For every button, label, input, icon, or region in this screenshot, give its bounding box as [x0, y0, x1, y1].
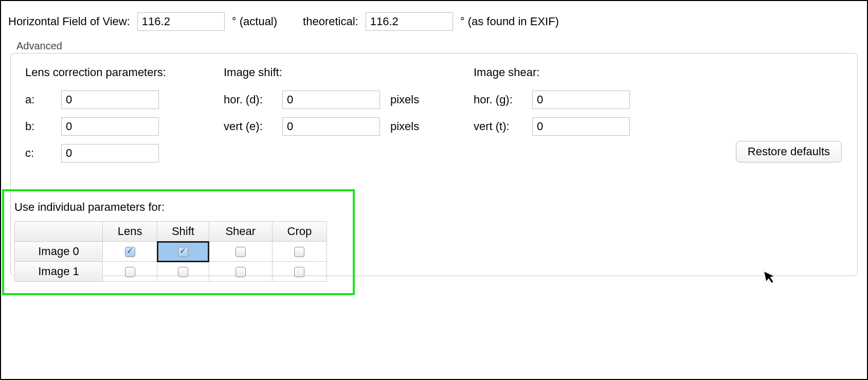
lens-c-label: c:: [25, 147, 54, 160]
col-shift[interactable]: Shift: [157, 222, 209, 242]
hfov-theoretical-suffix: ° (as found in EXIF): [460, 15, 559, 28]
image-shift-heading: Image shift:: [224, 66, 445, 79]
hfov-row: Horizontal Field of View: ° (actual) the…: [8, 12, 860, 31]
shift-hor-unit: pixels: [390, 93, 419, 106]
cell-image0-lens[interactable]: [103, 242, 157, 262]
checkbox-icon[interactable]: [125, 247, 135, 257]
cell-image0-shear[interactable]: [209, 242, 272, 262]
lens-a-input[interactable]: [61, 91, 159, 109]
lens-correction-heading: Lens correction parameters:: [25, 66, 195, 79]
lens-c-input[interactable]: [61, 144, 159, 162]
checkbox-icon[interactable]: [178, 267, 188, 277]
cell-image1-shift[interactable]: [157, 262, 209, 282]
lens-b-input[interactable]: [61, 117, 159, 136]
individual-parameters-title: Use individual parameters for:: [14, 201, 345, 214]
shift-hor-input[interactable]: [282, 91, 380, 109]
image-shear-heading: Image shear:: [474, 66, 643, 79]
cell-image1-crop[interactable]: [272, 262, 327, 282]
col-lens[interactable]: Lens: [103, 222, 157, 242]
cell-image1-shear[interactable]: [209, 262, 272, 282]
shift-hor-label: hor. (d):: [224, 93, 275, 106]
shear-vert-label: vert (t):: [474, 120, 525, 133]
checkbox-icon[interactable]: [178, 247, 188, 257]
image-shift-column: Image shift: hor. (d): pixels vert (e): …: [224, 66, 445, 136]
col-shear[interactable]: Shear: [209, 222, 272, 242]
row-image-1: Image 1: [15, 262, 103, 282]
lens-b-label: b:: [25, 120, 54, 133]
individual-parameters-table: Lens Shift Shear Crop Image 0 Image 1: [14, 221, 327, 282]
lens-a-label: a:: [25, 93, 54, 106]
checkbox-icon[interactable]: [125, 267, 135, 277]
shear-hor-label: hor. (g):: [474, 93, 525, 106]
checkbox-icon[interactable]: [236, 267, 246, 277]
shift-vert-unit: pixels: [390, 120, 419, 133]
checkbox-icon[interactable]: [236, 247, 246, 257]
advanced-section-label: Advanced: [16, 40, 860, 52]
shift-vert-label: vert (e):: [224, 120, 275, 133]
row-image-0: Image 0: [15, 242, 103, 262]
shear-hor-input[interactable]: [532, 91, 630, 109]
hfov-theoretical-input[interactable]: [366, 12, 453, 31]
hfov-input[interactable]: [137, 12, 225, 31]
checkbox-icon[interactable]: [294, 267, 304, 277]
shear-vert-input[interactable]: [532, 117, 630, 136]
col-crop[interactable]: Crop: [272, 222, 327, 242]
image-shear-column: Image shear: hor. (g): vert (t):: [474, 66, 643, 136]
individual-parameters-highlight: Use individual parameters for: Lens Shif…: [2, 189, 355, 295]
restore-defaults-button[interactable]: Restore defaults: [736, 141, 842, 162]
cell-image1-lens[interactable]: [103, 262, 157, 282]
cell-image0-shift[interactable]: [157, 242, 209, 262]
table-row: Image 1: [15, 262, 327, 282]
table-header-row: Lens Shift Shear Crop: [15, 222, 327, 242]
checkbox-icon[interactable]: [294, 247, 304, 257]
cell-image0-crop[interactable]: [272, 242, 327, 262]
hfov-theoretical-label: theoretical:: [303, 15, 358, 28]
lens-correction-column: Lens correction parameters: a: b: c:: [25, 66, 195, 162]
shift-vert-input[interactable]: [282, 117, 380, 136]
table-row: Image 0: [15, 242, 327, 262]
hfov-actual-suffix: ° (actual): [232, 15, 277, 28]
hfov-label: Horizontal Field of View:: [8, 15, 130, 28]
